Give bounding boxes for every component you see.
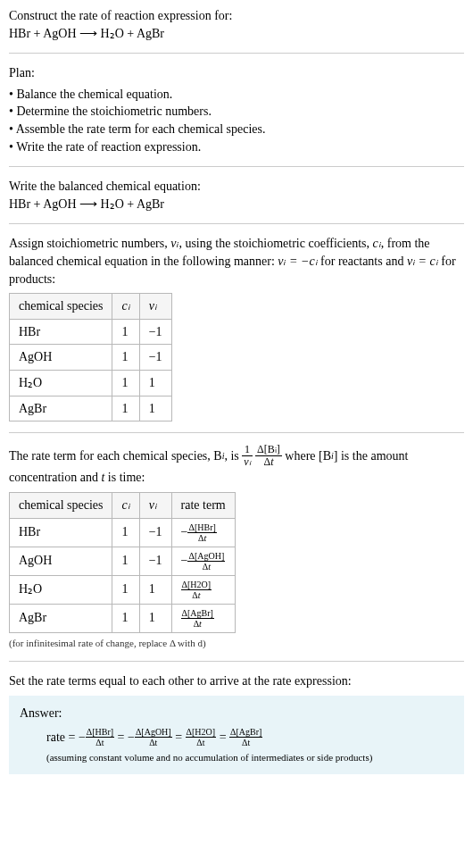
plan-section: Plan: Balance the chemical equation. Det… [9, 64, 464, 155]
cell-nu: 1 [139, 604, 171, 632]
frac: Δ[AgOH]Δt [187, 551, 225, 572]
assign-section: Assign stoichiometric numbers, νᵢ, using… [9, 235, 464, 421]
rateterm-text: , is [224, 449, 242, 463]
cell-nu: −1 [139, 518, 171, 547]
col-nu: νᵢ [139, 493, 171, 519]
col-nu: νᵢ [139, 294, 171, 320]
balanced-equation: HBr + AgOH ⟶ H₂O + AgBr [9, 196, 464, 213]
balanced-title: Write the balanced chemical equation: [9, 178, 464, 196]
table-header-row: chemical species cᵢ νᵢ rate term [10, 493, 236, 519]
cell-species: AgBr [10, 396, 112, 421]
plan-title: Plan: [9, 64, 464, 82]
table-row: AgBr 1 1 Δ[AgBr]Δt [10, 604, 236, 632]
balanced-section: Write the balanced chemical equation: HB… [9, 178, 464, 213]
cell-rateterm: Δ[AgBr]Δt [171, 604, 235, 632]
plan-item: Determine the stoichiometric numbers. [9, 103, 464, 121]
cell-nu: 1 [139, 575, 171, 604]
cell-ci: 1 [112, 345, 139, 371]
cell-nu: −1 [139, 547, 171, 575]
table-row: HBr 1 −1 [10, 319, 172, 345]
cell-rateterm: −Δ[AgOH]Δt [171, 547, 235, 575]
eq: = [175, 730, 185, 744]
col-rateterm: rate term [171, 493, 235, 519]
frac: Δ[AgOH]Δt [135, 727, 172, 747]
cell-ci: 1 [112, 319, 139, 345]
plan-item: Assemble the rate term for each chemical… [9, 121, 464, 138]
cell-rateterm: Δ[H2O]Δt [171, 575, 235, 604]
rate-expression: rate = −Δ[HBr]Δt = −Δ[AgOH]Δt = Δ[H2O]Δt… [20, 727, 453, 747]
sign: − [128, 730, 135, 744]
frac: Δ[HBr]Δt [187, 522, 216, 543]
sign: − [181, 553, 188, 566]
frac: Δ[HBr]Δt [86, 727, 114, 747]
rel-react: νᵢ = −cᵢ [278, 255, 317, 268]
assign-text: , using the stoichiometric coefficients, [178, 237, 372, 250]
sign: − [181, 524, 188, 538]
plan-item: Write the rate of reaction expression. [9, 138, 464, 156]
frac: Δ[H2O]Δt [186, 727, 217, 747]
cell-species: AgBr [10, 604, 112, 632]
rateterm-note: (for infinitesimal rate of change, repla… [9, 637, 464, 650]
cell-species: H₂O [10, 575, 112, 604]
rate-prefix: rate = [46, 730, 79, 744]
rateterm-section: The rate term for each chemical species,… [9, 444, 464, 650]
divider [9, 166, 464, 167]
cell-ci: 1 [112, 575, 139, 604]
header-equation: HBr + AgOH ⟶ H₂O + AgBr [9, 25, 464, 43]
table-row: AgOH 1 −1 −Δ[AgOH]Δt [10, 547, 236, 575]
cell-ci: 1 [112, 604, 139, 632]
cell-ci: 1 [112, 547, 139, 575]
table-row: H₂O 1 1 Δ[H2O]Δt [10, 575, 236, 604]
frac: Δ[AgBr]Δt [181, 608, 214, 629]
rel-prod: νᵢ = cᵢ [407, 255, 438, 268]
divider [9, 53, 464, 54]
cell-species: AgOH [10, 547, 112, 575]
assumption-note: (assuming constant volume and no accumul… [20, 751, 453, 764]
col-ci: cᵢ [112, 294, 139, 320]
cell-species: HBr [10, 319, 112, 345]
dBi-dt: Δ[Bᵢ]Δt [255, 444, 282, 468]
col-species: chemical species [10, 493, 112, 519]
cell-nu: −1 [139, 345, 171, 371]
final-section: Set the rate terms equal to each other t… [9, 672, 464, 774]
sign: − [79, 730, 86, 744]
cell-nu: 1 [139, 370, 171, 396]
plan-item: Balance the chemical equation. [9, 86, 464, 104]
table-row: AgOH 1 −1 [10, 345, 172, 371]
cell-rateterm: −Δ[HBr]Δt [171, 518, 235, 547]
frac: Δ[AgBr]Δt [229, 727, 262, 747]
ci-symbol: cᵢ [373, 237, 381, 250]
plan-list: Balance the chemical equation. Determine… [9, 86, 464, 155]
cell-nu: −1 [139, 319, 171, 345]
final-title: Set the rate terms equal to each other t… [9, 672, 464, 690]
table-row: H₂O 1 1 [10, 370, 172, 396]
cell-species: H₂O [10, 370, 112, 396]
rateterm-table: chemical species cᵢ νᵢ rate term HBr 1 −… [9, 492, 236, 633]
stoich-table: chemical species cᵢ νᵢ HBr 1 −1 AgOH 1 −… [9, 293, 172, 421]
rateterm-text: where [B [285, 449, 331, 463]
one-over-nu: 1νᵢ [242, 444, 252, 468]
table-row: HBr 1 −1 −Δ[HBr]Δt [10, 518, 236, 547]
eq: = [220, 730, 229, 744]
divider [9, 432, 464, 433]
header-title: Construct the rate of reaction expressio… [9, 7, 464, 25]
divider [9, 223, 464, 224]
table-header-row: chemical species cᵢ νᵢ [10, 294, 172, 320]
header-section: Construct the rate of reaction expressio… [9, 7, 464, 42]
cell-ci: 1 [112, 370, 139, 396]
cell-species: AgOH [10, 345, 112, 371]
frac: Δ[H2O]Δt [181, 580, 212, 600]
rateterm-text: The rate term for each chemical species,… [9, 449, 222, 463]
answer-label: Answer: [20, 705, 453, 722]
divider [9, 661, 464, 662]
cell-nu: 1 [139, 396, 171, 421]
col-species: chemical species [10, 294, 112, 320]
cell-species: HBr [10, 518, 112, 547]
table-row: AgBr 1 1 [10, 396, 172, 421]
cell-ci: 1 [112, 518, 139, 547]
assign-text: Assign stoichiometric numbers, [9, 237, 170, 250]
eq: = [118, 730, 128, 744]
assign-text: for reactants and [318, 255, 407, 268]
rateterm-text: is time: [104, 471, 145, 484]
answer-box: Answer: rate = −Δ[HBr]Δt = −Δ[AgOH]Δt = … [9, 696, 464, 774]
